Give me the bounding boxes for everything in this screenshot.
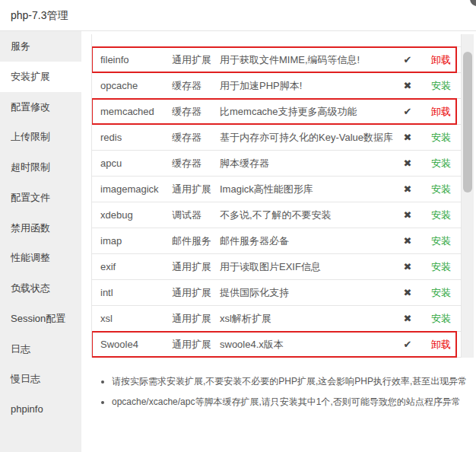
redis-install-link[interactable]: 安装 [421,131,461,145]
imap-install-link[interactable]: 安装 [421,234,461,248]
extension-desc: 比memcache支持更多高级功能 [220,105,394,119]
table-row-apcu: apcu 缓存器 脚本缓存器 ✖ 安装 [92,151,461,177]
fileinfo-uninstall-link[interactable]: 卸载 [421,53,461,67]
extension-name: Swoole4 [100,339,172,350]
table-row-exif: exif 通用扩展 用于读取图片EXIF信息 ✖ 安装 [92,254,461,280]
not-installed-cross-icon: ✖ [394,235,421,247]
extension-name: imagemagick [100,183,172,195]
sidebar-item-session-config[interactable]: Session配置 [0,304,81,334]
swoole4-uninstall-link[interactable]: 卸载 [421,338,461,352]
dialog-title: php-7.3管理 [11,0,68,31]
extension-name: xdebug [100,209,172,221]
table-row-xdebug: xdebug 调试器 不多说,不了解的不要安装 ✖ 安装 [92,202,461,228]
extension-name: opcache [100,80,172,91]
extension-type: 缓存器 [172,131,220,145]
xsl-install-link[interactable]: 安装 [421,312,461,326]
table-row-opcache: opcache 缓存器 用于加速PHP脚本! ✖ 安装 [92,73,461,99]
installed-check-icon: ✔ [394,339,421,350]
sidebar: 服务 安装扩展 配置修改 上传限制 超时限制 配置文件 禁用函数 性能调整 负载… [0,31,81,452]
note-item: 请按实际需求安装扩展,不要安装不必要的PHP扩展,这会影响PHP执行效率,甚至出… [112,371,474,392]
extension-desc: Imagick高性能图形库 [220,183,394,196]
extension-table: fileinfo 通用扩展 用于获取文件MIME,编码等信息! ✔ 卸载 opc… [91,34,462,358]
extension-desc: 基于内存亦可持久化的Key-Value数据库 [220,131,394,145]
sidebar-item-log[interactable]: 日志 [0,334,81,364]
extension-type: 通用扩展 [172,183,220,196]
php-manage-dialog: php-7.3管理 服务 安装扩展 配置修改 上传限制 超时限制 配置文件 禁用… [0,0,476,452]
extension-desc: 用于读取图片EXIF信息 [220,260,394,274]
intl-install-link[interactable]: 安装 [421,286,461,300]
table-row-xsl: xsl 通用扩展 xsl解析扩展 ✖ 安装 [92,306,461,332]
sidebar-item-load-status[interactable]: 负载状态 [0,273,81,304]
table-row-imap: imap 邮件服务 邮件服务器必备 ✖ 安装 [92,228,461,254]
scrollbar-thumb[interactable] [463,52,472,193]
extension-desc: swoole4.x版本 [220,338,394,352]
table-row-intl: intl 通用扩展 提供国际化支持 ✖ 安装 [92,280,461,306]
table-row-swoole4: Swoole4 通用扩展 swoole4.x版本 ✔ 卸载 [92,332,461,358]
extension-type: 缓存器 [172,157,220,170]
extension-desc: 邮件服务器必备 [220,234,394,248]
extension-name: fileinfo [100,54,172,65]
close-icon[interactable] [470,0,476,6]
extension-name: apcu [100,158,172,169]
extension-name: xsl [100,313,172,324]
sidebar-item-install-extensions[interactable]: 安装扩展 [0,62,81,92]
not-installed-cross-icon: ✖ [394,132,421,143]
extension-desc: 脚本缓存器 [220,157,394,170]
installed-check-icon: ✔ [394,54,421,65]
extension-type: 调试器 [172,208,220,222]
extension-type: 通用扩展 [172,286,220,300]
sidebar-item-slow-log[interactable]: 慢日志 [0,364,81,394]
not-installed-cross-icon: ✖ [394,287,421,298]
extension-desc: 不多说,不了解的不要安装 [220,208,394,222]
extension-type: 通用扩展 [172,260,220,274]
sidebar-item-performance[interactable]: 性能调整 [0,243,81,273]
table-row-fileinfo: fileinfo 通用扩展 用于获取文件MIME,编码等信息! ✔ 卸载 [92,47,461,73]
table-row-imagemagick: imagemagick 通用扩展 Imagick高性能图形库 ✖ 安装 [92,177,461,202]
extension-type: 邮件服务 [172,234,220,248]
table-row-clipped [92,34,461,47]
not-installed-cross-icon: ✖ [394,183,421,195]
not-installed-cross-icon: ✖ [394,261,421,272]
sidebar-item-service[interactable]: 服务 [0,31,81,62]
memcached-uninstall-link[interactable]: 卸载 [421,105,461,119]
table-row-redis: redis 缓存器 基于内存亦可持久化的Key-Value数据库 ✖ 安装 [92,125,461,151]
extension-type: 通用扩展 [172,338,220,352]
imagemagick-install-link[interactable]: 安装 [421,183,461,196]
extension-desc: 用于加速PHP脚本! [220,79,394,93]
extension-name: exif [100,261,172,272]
extension-name: intl [100,287,172,298]
table-row-memcached: memcached 缓存器 比memcache支持更多高级功能 ✔ 卸载 [92,99,461,125]
exif-install-link[interactable]: 安装 [421,260,461,274]
extension-desc: 提供国际化支持 [220,286,394,300]
extension-name: memcached [100,106,172,117]
dialog-header: php-7.3管理 [0,0,476,31]
sidebar-item-timeout-limit[interactable]: 超时限制 [0,152,81,183]
not-installed-cross-icon: ✖ [394,209,421,221]
not-installed-cross-icon: ✖ [394,80,421,91]
extension-type: 缓存器 [172,105,220,119]
notes-list: 请按实际需求安装扩展,不要安装不必要的PHP扩展,这会影响PHP执行效率,甚至出… [101,371,474,412]
installed-check-icon: ✔ [394,106,421,117]
extension-type: 通用扩展 [172,53,220,67]
sidebar-item-phpinfo[interactable]: phpinfo [0,394,81,425]
extension-name: imap [100,235,172,247]
extension-name: redis [100,132,172,143]
extension-type: 通用扩展 [172,312,220,326]
sidebar-item-upload-limit[interactable]: 上传限制 [0,122,81,152]
xdebug-install-link[interactable]: 安装 [421,208,461,222]
extension-desc: xsl解析扩展 [220,312,394,326]
opcache-install-link[interactable]: 安装 [421,79,461,93]
note-item: opcache/xcache/apc等脚本缓存扩展,请只安装其中1个,否则可能导… [112,392,474,412]
scrollbar-track[interactable] [462,34,474,358]
not-installed-cross-icon: ✖ [394,313,421,324]
not-installed-cross-icon: ✖ [394,158,421,169]
extension-type: 缓存器 [172,79,220,93]
extension-desc: 用于获取文件MIME,编码等信息! [220,53,394,67]
sidebar-item-config-file[interactable]: 配置文件 [0,183,81,213]
apcu-install-link[interactable]: 安装 [421,157,461,170]
sidebar-item-disabled-functions[interactable]: 禁用函数 [0,213,81,244]
sidebar-item-config-edit[interactable]: 配置修改 [0,92,81,123]
